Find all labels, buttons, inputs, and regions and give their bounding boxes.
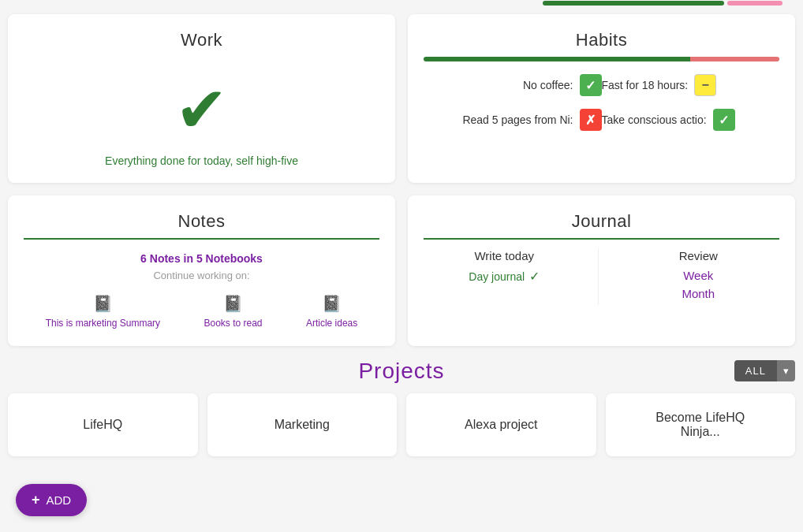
project-card-become[interactable]: Become LifeHQNinja... [606,393,796,456]
habits-card: Habits No coffee: ✓ Fast for 18 hours: −… [408,14,795,183]
journal-week-link[interactable]: Week [618,269,780,282]
project-card-lifehq[interactable]: LifeHQ [8,393,198,456]
project-title-lifehq: LifeHQ [83,418,122,432]
project-title-alexa: Alexa project [465,418,538,432]
habit-conscious-label: Take conscious actio: [602,113,707,126]
project-title-marketing: Marketing [275,418,330,432]
journal-title: Journal [424,211,779,232]
main-grid: Work ✔ Everything done for today, self h… [0,14,803,346]
add-label: ADD [47,493,72,507]
note-item-marketing[interactable]: 📓 This is marketing Summary [46,294,160,330]
project-card-marketing[interactable]: Marketing [207,393,398,456]
note-label-articles: Article ideas [306,318,357,330]
journal-inner: Write today Day journal ✓ Review Week Mo… [424,249,779,305]
habit-no-coffee: No coffee: ✓ [424,74,602,96]
habit-read-btn[interactable]: ✗ [580,109,602,131]
project-title-become: Become LifeHQNinja... [655,411,745,439]
journal-day-journal-label: Day journal [469,270,525,283]
projects-title: Projects [358,359,444,384]
work-done-text: Everything done for today, self high-fiv… [105,154,298,167]
projects-header: Projects ALL ▾ [8,359,795,384]
habit-no-coffee-btn[interactable]: ✓ [580,74,602,96]
note-icon-marketing: 📓 [93,294,113,313]
checkmark-icon: ✔ [175,79,228,142]
notes-continue: Continue working on: [24,270,379,281]
projects-grid: LifeHQ Marketing Alexa project Become Li… [8,393,795,456]
notes-subtitle: 6 Notes in 5 Notebooks [24,252,379,265]
habits-title: Habits [424,30,779,50]
habit-read-label: Read 5 pages from Ni: [462,113,573,126]
journal-write-title: Write today [424,249,585,262]
note-label-marketing: This is marketing Summary [46,318,160,330]
habit-conscious-btn[interactable]: ✓ [713,109,735,131]
progress-pink-segment [727,1,782,6]
projects-section: Projects ALL ▾ LifeHQ Marketing Alexa pr… [0,359,803,456]
habits-progress-green [424,57,690,61]
work-card: Work ✔ Everything done for today, self h… [8,14,395,183]
journal-write-section: Write today Day journal ✓ [424,249,599,305]
add-button[interactable]: + ADD [16,484,87,516]
note-icon-books: 📓 [223,294,243,313]
progress-container [543,0,795,6]
habits-grid: No coffee: ✓ Fast for 18 hours: − Read 5… [424,74,779,131]
journal-divider [424,238,779,240]
add-plus-icon: + [32,492,40,508]
habit-no-coffee-label: No coffee: [523,79,573,91]
habit-fast-label: Fast for 18 hours: [602,79,689,91]
notes-divider [24,238,379,240]
habit-fast: Fast for 18 hours: − [602,74,780,96]
journal-review-section: Review Week Month [605,249,780,305]
progress-green-segment [543,1,724,6]
note-item-books[interactable]: 📓 Books to read [204,294,262,330]
notes-items: 📓 This is marketing Summary 📓 Books to r… [24,294,379,330]
habit-fast-btn[interactable]: − [694,74,716,96]
habit-conscious: Take conscious actio: ✓ [602,109,780,131]
habits-progress-red [690,57,779,61]
all-button[interactable]: ALL [734,360,777,381]
notes-card: Notes 6 Notes in 5 Notebooks Continue wo… [8,195,395,346]
habit-read: Read 5 pages from Ni: ✗ [424,109,602,131]
journal-day-journal-link[interactable]: Day journal ✓ [424,269,585,284]
note-icon-articles: 📓 [322,294,342,313]
journal-check-icon: ✓ [529,269,540,284]
note-label-books: Books to read [204,318,262,330]
habits-progress [424,57,779,61]
notes-title: Notes [24,211,379,232]
top-progress-bar [0,0,803,6]
note-item-articles[interactable]: 📓 Article ideas [306,294,357,330]
journal-review-title: Review [618,249,780,262]
project-card-alexa[interactable]: Alexa project [406,393,596,456]
work-title: Work [181,30,222,50]
all-button-arrow[interactable]: ▾ [777,360,795,381]
journal-month-link[interactable]: Month [618,287,780,300]
all-btn-container: ALL ▾ [734,360,795,381]
journal-card: Journal Write today Day journal ✓ Review… [408,195,795,346]
